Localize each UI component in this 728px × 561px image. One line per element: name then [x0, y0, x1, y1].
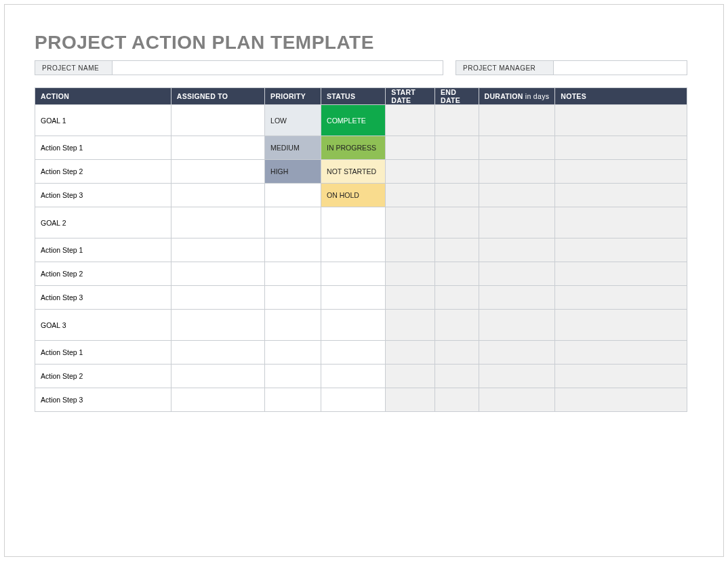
- cell-status[interactable]: [321, 286, 386, 310]
- cell-duration[interactable]: [479, 310, 555, 341]
- cell-assigned[interactable]: [171, 160, 264, 184]
- cell-notes[interactable]: [555, 388, 687, 412]
- cell-duration[interactable]: [479, 160, 555, 184]
- table-row: Action Step 3: [35, 388, 687, 412]
- cell-end[interactable]: [435, 286, 479, 310]
- cell-action[interactable]: Action Step 2: [35, 365, 171, 388]
- cell-notes[interactable]: [555, 286, 687, 310]
- cell-status[interactable]: IN PROGRESS: [321, 136, 386, 160]
- cell-notes[interactable]: [555, 262, 687, 286]
- cell-assigned[interactable]: [171, 238, 264, 262]
- cell-action[interactable]: Action Step 3: [35, 388, 171, 412]
- cell-assigned[interactable]: [171, 262, 264, 286]
- cell-duration[interactable]: [479, 105, 555, 136]
- cell-notes[interactable]: [555, 207, 687, 238]
- cell-start[interactable]: [386, 184, 435, 207]
- cell-action[interactable]: Action Step 1: [35, 341, 171, 365]
- cell-end[interactable]: [435, 136, 479, 160]
- cell-status[interactable]: NOT STARTED: [321, 160, 386, 184]
- cell-start[interactable]: [386, 341, 435, 365]
- cell-assigned[interactable]: [171, 207, 264, 238]
- cell-action[interactable]: Action Step 2: [35, 262, 171, 286]
- cell-action[interactable]: GOAL 3: [35, 310, 171, 341]
- cell-start[interactable]: [386, 388, 435, 412]
- cell-duration[interactable]: [479, 341, 555, 365]
- cell-assigned[interactable]: [171, 310, 264, 341]
- cell-action[interactable]: Action Step 1: [35, 136, 171, 160]
- cell-status[interactable]: ON HOLD: [321, 184, 386, 207]
- cell-priority[interactable]: LOW: [265, 105, 321, 136]
- cell-priority[interactable]: [265, 184, 321, 207]
- cell-duration[interactable]: [479, 286, 555, 310]
- cell-end[interactable]: [435, 238, 479, 262]
- cell-status[interactable]: [321, 207, 386, 238]
- cell-status[interactable]: COMPLETE: [321, 105, 386, 136]
- cell-notes[interactable]: [555, 238, 687, 262]
- cell-end[interactable]: [435, 105, 479, 136]
- cell-start[interactable]: [386, 262, 435, 286]
- cell-action[interactable]: GOAL 2: [35, 207, 171, 238]
- cell-priority[interactable]: [265, 207, 321, 238]
- cell-duration[interactable]: [479, 136, 555, 160]
- cell-notes[interactable]: [555, 136, 687, 160]
- cell-duration[interactable]: [479, 262, 555, 286]
- cell-duration[interactable]: [479, 238, 555, 262]
- cell-assigned[interactable]: [171, 105, 264, 136]
- cell-notes[interactable]: [555, 105, 687, 136]
- cell-status[interactable]: [321, 341, 386, 365]
- cell-status[interactable]: [321, 238, 386, 262]
- cell-priority[interactable]: MEDIUM: [265, 136, 321, 160]
- cell-notes[interactable]: [555, 184, 687, 207]
- cell-duration[interactable]: [479, 184, 555, 207]
- cell-action[interactable]: Action Step 3: [35, 184, 171, 207]
- cell-end[interactable]: [435, 341, 479, 365]
- cell-end[interactable]: [435, 365, 479, 388]
- project-name-label: PROJECT NAME: [35, 60, 113, 75]
- cell-assigned[interactable]: [171, 388, 264, 412]
- cell-end[interactable]: [435, 388, 479, 412]
- cell-priority[interactable]: [265, 286, 321, 310]
- cell-notes[interactable]: [555, 365, 687, 388]
- cell-action[interactable]: Action Step 2: [35, 160, 171, 184]
- cell-assigned[interactable]: [171, 341, 264, 365]
- cell-assigned[interactable]: [171, 184, 264, 207]
- cell-start[interactable]: [386, 310, 435, 341]
- cell-notes[interactable]: [555, 310, 687, 341]
- cell-assigned[interactable]: [171, 286, 264, 310]
- cell-action[interactable]: Action Step 1: [35, 238, 171, 262]
- cell-start[interactable]: [386, 286, 435, 310]
- cell-duration[interactable]: [479, 388, 555, 412]
- cell-action[interactable]: GOAL 1: [35, 105, 171, 136]
- cell-priority[interactable]: [265, 341, 321, 365]
- cell-priority[interactable]: [265, 238, 321, 262]
- cell-status[interactable]: [321, 365, 386, 388]
- cell-notes[interactable]: [555, 160, 687, 184]
- cell-priority[interactable]: [265, 365, 321, 388]
- cell-end[interactable]: [435, 262, 479, 286]
- cell-end[interactable]: [435, 160, 479, 184]
- cell-assigned[interactable]: [171, 136, 264, 160]
- cell-duration[interactable]: [479, 365, 555, 388]
- project-name-value[interactable]: [113, 60, 443, 75]
- cell-duration[interactable]: [479, 207, 555, 238]
- cell-end[interactable]: [435, 207, 479, 238]
- project-manager-value[interactable]: [554, 60, 687, 75]
- cell-start[interactable]: [386, 365, 435, 388]
- cell-priority[interactable]: [265, 388, 321, 412]
- cell-start[interactable]: [386, 160, 435, 184]
- cell-start[interactable]: [386, 105, 435, 136]
- cell-priority[interactable]: HIGH: [265, 160, 321, 184]
- cell-assigned[interactable]: [171, 365, 264, 388]
- cell-status[interactable]: [321, 262, 386, 286]
- cell-priority[interactable]: [265, 310, 321, 341]
- cell-start[interactable]: [386, 136, 435, 160]
- cell-start[interactable]: [386, 238, 435, 262]
- cell-end[interactable]: [435, 310, 479, 341]
- cell-notes[interactable]: [555, 341, 687, 365]
- cell-status[interactable]: [321, 310, 386, 341]
- cell-action[interactable]: Action Step 3: [35, 286, 171, 310]
- cell-status[interactable]: [321, 388, 386, 412]
- cell-priority[interactable]: [265, 262, 321, 286]
- cell-start[interactable]: [386, 207, 435, 238]
- cell-end[interactable]: [435, 184, 479, 207]
